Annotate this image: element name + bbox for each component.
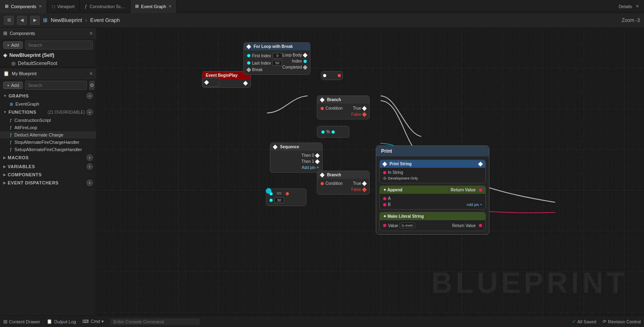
last-index-pin[interactable] [247, 61, 250, 65]
then0-pin[interactable] [315, 153, 319, 158]
alt-fire-loop-item[interactable]: ƒ AltFireLoop [0, 124, 96, 131]
print-node[interactable]: Print Print String In String [376, 145, 489, 235]
branch1-true-pin[interactable] [362, 106, 366, 110]
ps-exec-in[interactable] [382, 162, 387, 166]
output-log-btn[interactable]: 📋 Output Log [47, 319, 76, 324]
components-panel-close[interactable]: ✕ [89, 31, 93, 36]
dev-only-pin[interactable] [383, 177, 386, 180]
graph-canvas[interactable]: Event BeginPlay For Loop with Break [97, 28, 644, 316]
tree-item-defaultsceneroot[interactable]: ◎ DefaultSceneRoot [0, 59, 96, 67]
branch1-false-pin[interactable] [362, 112, 366, 117]
for-loop-node[interactable]: For Loop with Break First Index 0 Last I… [243, 42, 310, 75]
tab-eventgraph[interactable]: ⊞ Event Graph ✕ [130, 0, 177, 13]
nav-forward-btn[interactable]: ▶ [30, 16, 40, 25]
connector-node1[interactable] [266, 188, 271, 194]
red-dot-2[interactable] [338, 74, 341, 77]
components-panel-title: Components [10, 31, 87, 36]
macros-section-header[interactable]: ▶ MACROS + [0, 153, 96, 162]
small-exec-pin[interactable] [204, 80, 209, 84]
make-literal-node[interactable]: ✦ Make Literal String Value is even Retu… [379, 212, 486, 231]
tab-construction[interactable]: ƒ Construction Sc... [80, 0, 130, 13]
event-dispatchers-add-btn[interactable]: + [86, 180, 93, 186]
percent-in-pin[interactable] [321, 130, 325, 134]
value-pin[interactable] [383, 224, 386, 227]
variables-section-header[interactable]: ▶ VARIABLES + [0, 162, 96, 171]
console-input[interactable] [110, 318, 200, 325]
then1-pin[interactable] [315, 159, 319, 164]
nav-grid-btn[interactable]: ⊞ [4, 16, 14, 25]
equality-node[interactable]: == 30 [266, 188, 306, 206]
append-out[interactable] [479, 188, 482, 192]
details-panel-close[interactable]: ✕ [635, 4, 639, 9]
eventgraph-item[interactable]: ⊞ EventGraph [0, 100, 96, 108]
scene-root-label: DefaultSceneRoot [18, 61, 57, 66]
branch1-cond-pin[interactable] [321, 107, 324, 110]
revision-control-btn[interactable]: ⟳ Revision Control [603, 319, 641, 324]
deduct-alt-charge-item[interactable]: ƒ Deduct Alternate Charge [0, 131, 96, 139]
value-text[interactable]: is even [400, 223, 416, 228]
breadcrumb-graph[interactable]: Event Graph [90, 17, 120, 23]
components-tab-close[interactable]: ✕ [39, 4, 42, 9]
event-dispatchers-header[interactable]: ▶ EVENT DISPATCHERS + [0, 178, 96, 187]
percent-out-pin[interactable] [332, 130, 335, 134]
cmd-btn[interactable]: ⌨ Cmd ▾ [82, 319, 103, 324]
tab-components[interactable]: ⊞ Components ✕ [0, 0, 47, 13]
print-string-node[interactable]: Print String In String Development Only [379, 160, 486, 183]
my-blueprint-settings[interactable]: ⚙ [89, 81, 95, 90]
completed-pin[interactable] [303, 65, 307, 69]
red-dot-1[interactable] [323, 74, 326, 77]
branch2-cond-pin[interactable] [321, 182, 324, 185]
branch1-node[interactable]: Branch Condition True [317, 95, 370, 119]
forloop-exec-in[interactable] [246, 44, 251, 49]
construction-script-item[interactable]: ƒ ConstructionScript [0, 117, 96, 124]
percent-node[interactable]: % [317, 126, 349, 138]
sequence-exec-in[interactable] [273, 145, 277, 149]
functions-section-header[interactable]: ▼ FUNCTIONS (21 OVERRIDABLE) + [0, 108, 96, 117]
eventgraph-tab-close[interactable]: ✕ [168, 4, 172, 9]
branch2-false-pin[interactable] [362, 187, 366, 192]
mls-out[interactable] [479, 224, 482, 227]
eq-in2[interactable] [269, 199, 273, 202]
graphs-add-btn[interactable]: + [86, 93, 93, 99]
my-blueprint-search-input[interactable] [25, 81, 87, 90]
graphs-section-header[interactable]: ▼ GRAPHS + [0, 91, 96, 100]
stop-alt-fire-item[interactable]: ƒ StopAlternateFireChargeHandler [0, 139, 96, 146]
nav-back-btn[interactable]: ◀ [17, 16, 27, 25]
sequence-node[interactable]: Sequence Then 0 Then 1 Add pin + [270, 143, 323, 173]
append-a-pin[interactable] [383, 197, 386, 200]
small-exec-node[interactable] [203, 78, 219, 87]
first-index-value[interactable]: 0 [273, 53, 282, 58]
construction-tab-icon: ƒ [85, 4, 87, 9]
content-drawer-btn[interactable]: ▤ Content Drawer [3, 319, 40, 324]
append-node[interactable]: ✦ Append Return Value A B Add pin + [379, 186, 486, 210]
append-b-pin[interactable] [383, 203, 386, 206]
functions-add-btn[interactable]: + [86, 109, 93, 115]
eq-value[interactable]: 30 [274, 197, 284, 203]
branch2-node[interactable]: Branch Condition True [317, 171, 370, 195]
eq-out[interactable] [286, 192, 289, 195]
loop-body-pin[interactable] [303, 53, 307, 57]
index-out-pin[interactable] [304, 60, 307, 63]
tab-viewport[interactable]: □ Viewport [47, 0, 80, 13]
ps-exec-out[interactable] [478, 162, 482, 166]
branch2-exec-in[interactable] [320, 173, 324, 177]
variables-add-btn[interactable]: + [86, 163, 93, 170]
my-blueprint-close[interactable]: ✕ [89, 71, 93, 76]
tree-item-newblueprint[interactable]: ◈ NewBlueprint (Self) [0, 51, 96, 59]
break-exec-pin[interactable] [246, 67, 251, 72]
branch1-exec-in[interactable] [320, 97, 324, 102]
components-add-button[interactable]: + Add [3, 41, 23, 49]
last-index-value[interactable]: 50 [272, 60, 282, 66]
breadcrumb-blueprint[interactable]: NewBlueprint [51, 17, 82, 23]
exec-out-pin[interactable] [243, 81, 248, 85]
first-index-pin[interactable] [247, 54, 250, 57]
macros-add-btn[interactable]: + [86, 154, 93, 161]
setup-alt-fire-item[interactable]: ƒ SetupAlternateFireChargeHandler [0, 146, 96, 153]
addpin-label2[interactable]: Add pin + [467, 203, 482, 207]
my-blueprint-add-button[interactable]: + Add [3, 82, 23, 89]
components-list-header[interactable]: ▶ Components [0, 171, 96, 178]
branch2-true-pin[interactable] [362, 181, 366, 186]
components-search-input[interactable] [25, 41, 93, 50]
red-dot-node[interactable] [321, 71, 343, 80]
in-string-pin[interactable] [383, 171, 386, 174]
